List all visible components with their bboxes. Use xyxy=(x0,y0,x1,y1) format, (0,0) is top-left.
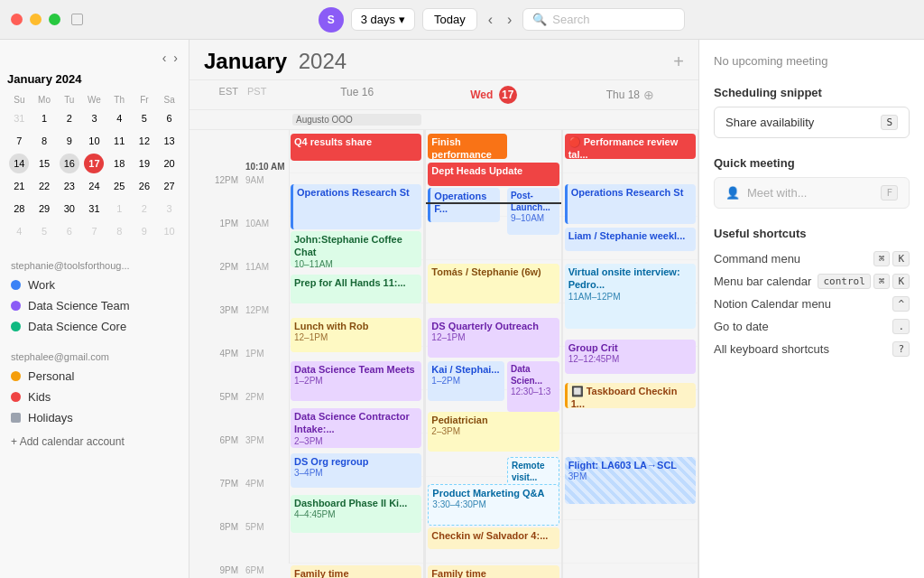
mini-cal-day[interactable]: 23 xyxy=(60,176,79,196)
event-data-science-small[interactable]: Data Scien... 12:30–1:3 xyxy=(507,361,559,412)
calendar-scroll[interactable]: 12PM 1PM 2PM 3PM 4PM 5PM 6PM 7PM 8PM 9PM… xyxy=(189,130,698,578)
maximize-button[interactable] xyxy=(49,14,60,25)
avatar[interactable]: S xyxy=(319,7,344,33)
calendar-work[interactable]: Work xyxy=(0,275,189,295)
mini-cal-day[interactable]: 8 xyxy=(34,131,54,151)
event-perf-review[interactable]: 🔴 Performance review tal... xyxy=(565,134,696,159)
shortcut-command-menu[interactable]: Command menu ⌘ K xyxy=(714,247,910,270)
event-ds-org[interactable]: DS Org regroup 3–4PM xyxy=(291,453,421,488)
calendar-personal[interactable]: Personal xyxy=(0,366,189,387)
mini-cal-day[interactable]: 2 xyxy=(134,199,154,219)
mini-cal-day[interactable]: 1 xyxy=(109,199,129,219)
mini-cal-day[interactable]: 7 xyxy=(84,221,104,241)
mini-cal-day[interactable]: 11 xyxy=(109,131,129,151)
event-flight[interactable]: Flight: LA603 LA→SCL 3PM xyxy=(565,457,696,504)
share-availability-button[interactable]: Share availability S xyxy=(714,107,910,138)
event-family-wed[interactable]: Family time xyxy=(428,565,559,578)
mini-cal-day[interactable]: 13 xyxy=(160,131,180,151)
search-box[interactable]: 🔍 Search xyxy=(522,8,685,31)
event-group-crit[interactable]: Group Crit 12–12:45PM xyxy=(565,340,696,374)
add-event-button[interactable]: + xyxy=(673,51,684,72)
event-contractor[interactable]: Data Science Contractor Intake:... 2–3PM xyxy=(291,408,421,448)
event-q4[interactable]: Q4 results share xyxy=(291,134,421,161)
mini-cal-day[interactable]: 4 xyxy=(9,221,29,241)
mini-cal-day[interactable]: 24 xyxy=(84,176,104,196)
window-expand-button[interactable] xyxy=(71,14,83,25)
calendar-data-science-team[interactable]: Data Science Team xyxy=(0,295,189,316)
mini-cal-day[interactable]: 14 xyxy=(9,154,29,173)
mini-cal-day[interactable]: 7 xyxy=(9,131,29,151)
event-dashboard[interactable]: Dashboard Phase II Ki... 4–4:45PM xyxy=(291,495,421,533)
prev-button[interactable]: ‹ xyxy=(485,8,496,32)
mini-cal-day[interactable]: 10 xyxy=(160,221,180,241)
event-prep[interactable]: Prep for All Hands 11:... xyxy=(291,275,421,303)
event-ops-research-thu[interactable]: Operations Research St xyxy=(565,184,696,224)
calendar-data-science-core[interactable]: Data Science Core xyxy=(0,316,189,337)
event-tomas[interactable]: Tomás / Stephanie (6w) xyxy=(428,264,559,303)
next-button[interactable]: › xyxy=(504,8,515,32)
event-family-tue[interactable]: Family time xyxy=(291,565,421,578)
mini-cal-day[interactable]: 28 xyxy=(9,199,29,219)
days-selector[interactable]: 3 days ▾ xyxy=(351,8,415,31)
mini-cal-day[interactable]: 8 xyxy=(109,221,129,241)
event-product-mktg[interactable]: Product Marketing Q&A 3:30–4:30PM xyxy=(428,484,559,526)
mini-cal-day[interactable]: 26 xyxy=(134,176,154,196)
shortcut-go-to-date[interactable]: Go to date . xyxy=(714,315,910,338)
event-taskboard[interactable]: 🔲 Taskboard Checkin 1... xyxy=(565,383,696,408)
event-ops-research[interactable]: Operations Research St xyxy=(291,184,421,229)
event-liam[interactable]: Liam / Stephanie weekl... xyxy=(565,228,696,251)
event-dst-meets[interactable]: Data Science Team Meets 1–2PM xyxy=(291,361,421,401)
mini-cal-day[interactable]: 9 xyxy=(60,131,79,151)
collapse-up-button[interactable]: ‹ xyxy=(162,51,167,65)
mini-cal-day[interactable]: 2 xyxy=(60,108,79,128)
mini-cal-day[interactable]: 22 xyxy=(34,176,54,196)
shortcut-menu-bar[interactable]: Menu bar calendar control ⌘ K xyxy=(714,270,910,293)
mini-cal-day[interactable]: 12 xyxy=(134,131,154,151)
collapse-down-button[interactable]: › xyxy=(173,51,178,65)
event-checkin-salvador[interactable]: Checkin w/ Salvador 4:... xyxy=(428,527,559,549)
event-pediatrician[interactable]: Pediatrician 2–3PM xyxy=(428,412,559,452)
mini-cal-day[interactable]: 1 xyxy=(34,108,54,128)
mini-cal-day[interactable]: 9 xyxy=(134,221,154,241)
mini-cal-day[interactable]: 6 xyxy=(160,108,180,128)
mini-cal-day[interactable]: 21 xyxy=(9,176,29,196)
mini-cal-day[interactable]: 27 xyxy=(160,176,180,196)
event-lunch-rob[interactable]: Lunch with Rob 12–1PM xyxy=(291,318,421,352)
meet-with-input[interactable]: 👤 Meet with... F xyxy=(714,177,910,209)
close-button[interactable] xyxy=(11,14,23,25)
mini-cal-day[interactable]: 15 xyxy=(34,154,54,173)
calendar-kids[interactable]: Kids xyxy=(0,387,189,407)
mini-cal-day[interactable]: 3 xyxy=(160,199,180,219)
mini-cal-day[interactable]: 30 xyxy=(60,199,79,219)
event-virtual-onsite[interactable]: Virtual onsite interview: Pedro... 11AM–… xyxy=(565,264,696,329)
mini-cal-day[interactable]: 16 xyxy=(60,154,79,173)
event-coffee-chat[interactable]: John:Stephanie Coffee Chat 10–11AM xyxy=(291,231,421,267)
shortcut-notion-cal[interactable]: Notion Calendar menu ^ xyxy=(714,293,910,315)
event-kai[interactable]: Kai / Stephai... 1–2PM xyxy=(428,361,504,401)
shortcut-all-keyboard[interactable]: All keyboard shortcuts ? xyxy=(714,338,910,360)
mini-cal-day[interactable]: 5 xyxy=(34,221,54,241)
calendar-holidays[interactable]: Holidays xyxy=(0,407,189,428)
event-ds-quarterly[interactable]: DS Quarterly Outreach 12–1PM xyxy=(428,318,559,358)
mini-cal-day[interactable]: 29 xyxy=(34,199,54,219)
add-calendar-account[interactable]: + Add calendar account xyxy=(0,428,189,455)
event-finish-perf[interactable]: Finish performance e... xyxy=(428,134,506,159)
today-button[interactable]: Today xyxy=(422,8,477,31)
event-ops-f[interactable]: Operations F... xyxy=(428,188,500,222)
mini-cal-day[interactable]: 4 xyxy=(109,108,129,128)
minimize-button[interactable] xyxy=(30,14,42,25)
mini-cal-day[interactable]: 31 xyxy=(9,108,29,128)
mini-cal-day[interactable]: 18 xyxy=(109,154,129,173)
event-dept-heads[interactable]: Dept Heads Update xyxy=(428,163,559,186)
event-post-launch[interactable]: Post-Launch... 9–10AM xyxy=(507,188,559,235)
mini-cal-day-today[interactable]: 17 xyxy=(84,154,104,173)
mini-cal-day[interactable]: 25 xyxy=(109,176,129,196)
mini-cal-day[interactable]: 19 xyxy=(134,154,154,173)
mini-cal-day[interactable]: 20 xyxy=(160,154,180,173)
mini-cal-day[interactable]: 5 xyxy=(134,108,154,128)
mini-cal-day[interactable]: 31 xyxy=(84,199,104,219)
mini-cal-day[interactable]: 3 xyxy=(84,108,104,128)
allday-event-augusto[interactable]: Augusto OOO xyxy=(292,114,421,126)
mini-cal-day[interactable]: 10 xyxy=(84,131,104,151)
mini-cal-day[interactable]: 6 xyxy=(60,221,79,241)
